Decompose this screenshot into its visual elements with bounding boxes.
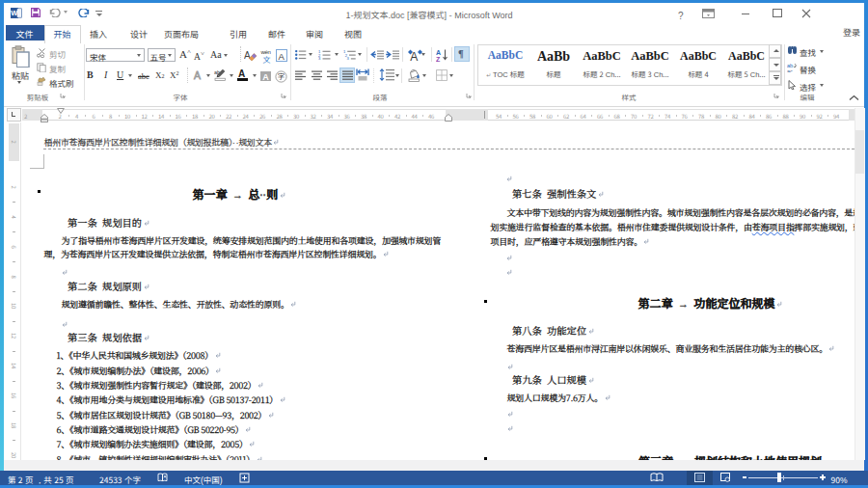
svg-text:3: 3: [347, 56, 350, 61]
svg-text:字: 字: [277, 70, 285, 81]
svg-text:3: 3: [318, 56, 321, 61]
svg-text:W: W: [11, 9, 18, 17]
svg-text:Z: Z: [436, 55, 441, 62]
svg-text:A: A: [436, 48, 441, 55]
svg-text:ac: ac: [787, 68, 793, 73]
svg-text:A: A: [244, 50, 251, 61]
